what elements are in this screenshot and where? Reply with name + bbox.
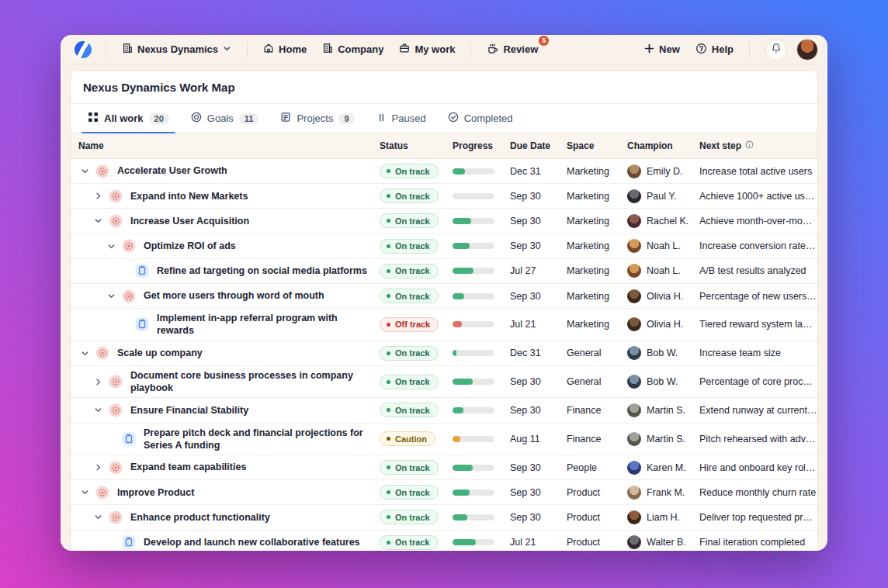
chevron-icon[interactable] — [92, 462, 104, 474]
chevron-icon[interactable] — [105, 240, 117, 252]
champion-cell[interactable]: Noah L. — [619, 239, 692, 253]
column-header-next-step[interactable]: Next step — [692, 140, 817, 151]
space-label[interactable]: Marketing — [559, 216, 619, 227]
champion-cell[interactable]: Olivia H. — [619, 317, 692, 331]
row-name[interactable]: Get more users through word of mouth — [144, 289, 324, 302]
status-badge[interactable]: On track — [380, 213, 439, 228]
chevron-icon[interactable] — [92, 511, 104, 524]
status-badge[interactable]: On track — [380, 403, 439, 417]
row-name[interactable]: Ensure Financial Stability — [130, 404, 248, 417]
table-row[interactable]: Get more users through word of mouth On … — [71, 284, 817, 309]
table-row[interactable]: Develop and launch new collaborative fea… — [71, 531, 817, 551]
row-name[interactable]: Prepare pitch deck and financial project… — [144, 427, 372, 452]
space-label[interactable]: Marketing — [559, 319, 619, 330]
nav-item-my-work[interactable]: My work — [393, 39, 461, 60]
table-row[interactable]: Scale up company On track Dec 31 General… — [71, 341, 817, 366]
column-header-progress[interactable]: Progress — [445, 140, 502, 151]
status-badge[interactable]: On track — [380, 239, 439, 254]
row-name[interactable]: Implement in-app referral program with r… — [157, 312, 372, 337]
chevron-icon[interactable] — [105, 536, 117, 548]
chevron-icon[interactable] — [92, 190, 104, 202]
space-label[interactable]: Marketing — [559, 166, 619, 177]
space-label[interactable]: Product — [559, 487, 619, 498]
champion-cell[interactable]: Liam H. — [619, 510, 692, 524]
champion-cell[interactable]: Noah L. — [619, 264, 692, 278]
status-badge[interactable]: On track — [380, 535, 439, 550]
tab-paused[interactable]: Paused — [370, 104, 432, 133]
champion-cell[interactable]: Olivia H. — [619, 289, 692, 303]
tab-goals[interactable]: Goals 11 — [185, 104, 265, 133]
chevron-icon[interactable] — [105, 433, 117, 445]
champion-cell[interactable]: Rachel K. — [619, 214, 692, 228]
column-header-status[interactable]: Status — [372, 140, 445, 151]
space-label[interactable]: Marketing — [559, 265, 619, 276]
chevron-icon[interactable] — [78, 347, 91, 359]
table-row[interactable]: Implement in-app referral program with r… — [71, 309, 817, 341]
champion-cell[interactable]: Karen M. — [619, 461, 692, 475]
chevron-icon[interactable] — [78, 165, 91, 178]
user-avatar[interactable] — [796, 39, 818, 61]
champion-cell[interactable]: Emily D. — [619, 164, 692, 178]
champion-cell[interactable]: Bob W. — [619, 375, 692, 389]
row-name[interactable]: Accelerate User Growth — [117, 164, 227, 177]
row-name[interactable]: Develop and launch new collaborative fea… — [144, 536, 360, 548]
tab-projects[interactable]: Projects 9 — [274, 104, 360, 133]
column-header-due-date[interactable]: Due Date — [502, 140, 559, 151]
champion-cell[interactable]: Paul Y. — [619, 189, 692, 203]
row-name[interactable]: Refine ad targeting on social media plat… — [157, 265, 367, 277]
table-row[interactable]: Improve Product On track Sep 30 Product … — [71, 480, 817, 505]
chevron-icon[interactable] — [118, 318, 130, 330]
row-name[interactable]: Increase User Acquisition — [130, 215, 249, 227]
table-row[interactable]: Prepare pitch deck and financial project… — [71, 424, 817, 456]
row-name[interactable]: Enhance product functionality — [130, 511, 270, 524]
table-row[interactable]: Expand team capabilities On track Sep 30… — [71, 455, 817, 480]
status-badge[interactable]: On track — [380, 189, 439, 203]
help-button[interactable]: Help — [689, 39, 740, 61]
org-switcher[interactable]: Nexus Dynamics — [116, 39, 238, 60]
chevron-icon[interactable] — [92, 215, 104, 227]
status-badge[interactable]: On track — [380, 375, 439, 389]
chevron-icon[interactable] — [92, 404, 104, 417]
champion-cell[interactable]: Walter B. — [619, 535, 692, 549]
status-badge[interactable]: On track — [380, 485, 439, 500]
tab-all-work[interactable]: All work 20 — [82, 104, 175, 133]
status-badge[interactable]: On track — [380, 346, 439, 361]
table-row[interactable]: Document core business processes in comp… — [71, 366, 817, 399]
space-label[interactable]: Marketing — [559, 240, 619, 251]
new-button[interactable]: New — [638, 40, 686, 60]
status-badge[interactable]: On track — [380, 510, 439, 524]
space-label[interactable]: Finance — [559, 405, 619, 416]
row-name[interactable]: Scale up company — [117, 347, 203, 359]
status-badge[interactable]: On track — [380, 164, 439, 178]
row-name[interactable]: Improve Product — [117, 486, 194, 499]
chevron-icon[interactable] — [105, 290, 117, 303]
column-header-space[interactable]: Space — [559, 140, 619, 151]
champion-cell[interactable]: Bob W. — [619, 346, 692, 360]
status-badge[interactable]: Off track — [380, 317, 439, 332]
space-label[interactable]: Marketing — [559, 191, 619, 202]
row-name[interactable]: Expand team capabilities — [130, 461, 246, 473]
tab-completed[interactable]: Completed — [442, 104, 519, 133]
nav-item-home[interactable]: Home — [257, 39, 313, 60]
space-label[interactable]: Product — [559, 537, 619, 548]
column-header-champion[interactable]: Champion — [619, 140, 692, 151]
status-badge[interactable]: Caution — [380, 431, 435, 446]
champion-cell[interactable]: Martin S. — [619, 432, 692, 446]
chevron-icon[interactable] — [118, 265, 130, 277]
chevron-icon[interactable] — [78, 486, 91, 499]
space-label[interactable]: Finance — [559, 434, 619, 444]
space-label[interactable]: People — [559, 462, 619, 473]
status-badge[interactable]: On track — [380, 264, 439, 278]
space-label[interactable]: General — [559, 376, 619, 387]
row-name[interactable]: Expand into New Markets — [130, 190, 248, 202]
champion-cell[interactable]: Martin S. — [619, 403, 692, 417]
table-row[interactable]: Increase User Acquisition On track Sep 3… — [71, 209, 817, 233]
notifications-button[interactable] — [765, 39, 787, 61]
table-row[interactable]: Expand into New Markets On track Sep 30 … — [71, 184, 817, 209]
table-row[interactable]: Accelerate User Growth On track Dec 31 M… — [71, 159, 817, 184]
table-row[interactable]: Ensure Financial Stability On track Sep … — [71, 398, 817, 423]
row-name[interactable]: Optimize ROI of ads — [144, 240, 236, 252]
column-header-name[interactable]: Name — [71, 140, 372, 151]
app-logo-icon[interactable] — [75, 41, 92, 58]
table-row[interactable]: Refine ad targeting on social media plat… — [71, 259, 817, 284]
